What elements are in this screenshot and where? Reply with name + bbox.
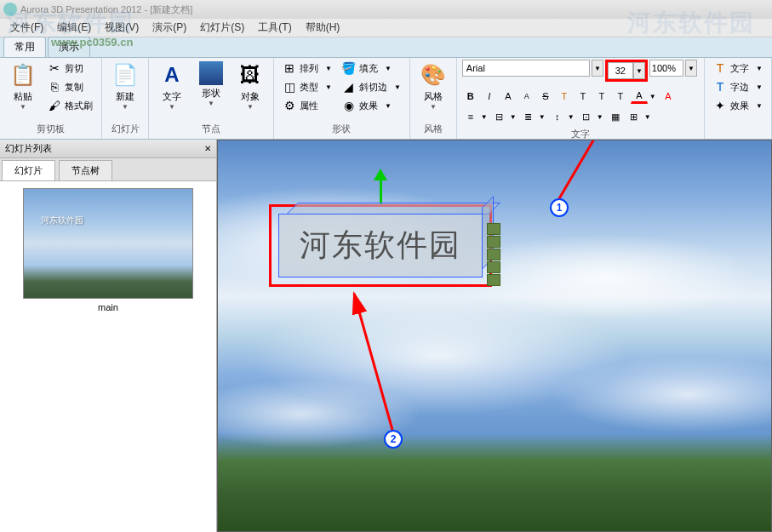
font-size-dropdown[interactable]: ▼: [633, 62, 645, 79]
valign-dropdown[interactable]: ▼: [510, 109, 518, 124]
font-color-dropdown[interactable]: ▼: [649, 89, 658, 104]
menu-present[interactable]: 演示(P): [146, 20, 193, 35]
group-label: 节点: [154, 121, 268, 137]
thumb-preview-text: 河东软件园: [41, 215, 83, 226]
cut-button[interactable]: ✂剪切: [44, 60, 96, 77]
panel-tabs: 幻灯片 节点树: [0, 158, 216, 181]
indent-button[interactable]: ≣: [520, 109, 537, 124]
handle-icon[interactable]: [487, 274, 500, 286]
border-button[interactable]: ▦: [607, 109, 624, 124]
bold-button[interactable]: B: [462, 89, 479, 104]
bevel-button[interactable]: ◢斜切边▼: [339, 78, 404, 95]
group-font: ▼ ▼ ▼ B I A A S T T T T A ▼ A: [457, 58, 705, 139]
columns-dropdown[interactable]: ▼: [644, 109, 653, 124]
palette-icon: 🎨: [420, 61, 447, 89]
text-effect-button[interactable]: T: [556, 89, 573, 104]
arrange-button[interactable]: ⊞排列▼: [279, 60, 335, 77]
handle-icon[interactable]: [487, 261, 500, 273]
list-button[interactable]: ⊡: [578, 109, 595, 124]
menu-view[interactable]: 视图(V): [98, 20, 146, 35]
app-icon: [3, 3, 17, 16]
spacing-button[interactable]: ↕: [549, 109, 566, 124]
group-label: 剪切板: [5, 121, 96, 137]
font-shrink-button[interactable]: A: [518, 89, 535, 104]
menu-help[interactable]: 帮助(H): [299, 20, 347, 35]
annotation-highlight-box: 河东软件园: [269, 204, 492, 287]
gizmo-y-axis[interactable]: [374, 169, 387, 204]
sparkle-icon: ✦: [713, 99, 727, 112]
panel-close-button[interactable]: ✕: [204, 144, 211, 153]
slide-thumbnail[interactable]: 河东软件园: [23, 188, 193, 299]
fill-button[interactable]: 🪣填充▼: [339, 60, 404, 77]
sky-clouds: [218, 140, 771, 531]
style-button[interactable]: 🎨 风格 ▼: [415, 60, 451, 112]
handle-icon[interactable]: [487, 223, 500, 235]
italic-button[interactable]: I: [481, 89, 498, 104]
attribute-button[interactable]: ⚙属性: [279, 97, 335, 114]
strikethrough-button[interactable]: S: [537, 89, 554, 104]
columns-button[interactable]: ⊞: [626, 109, 643, 124]
menu-tools[interactable]: 工具(T): [251, 20, 298, 35]
align-left-button[interactable]: ≡: [462, 109, 479, 124]
font-name-dropdown[interactable]: ▼: [592, 60, 603, 77]
zoom-input[interactable]: [649, 60, 683, 77]
dropdown-arrow-icon: ▼: [247, 103, 254, 111]
group-shape: ⊞排列▼ ◫类型▼ ⚙属性 🪣填充▼ ◢斜切边▼ ◉效果▼ 形状: [274, 58, 410, 139]
type-button[interactable]: ◫类型▼: [279, 78, 335, 95]
text-button[interactable]: A 文字 ▼: [154, 60, 190, 112]
menu-slide[interactable]: 幻灯片(S): [193, 20, 251, 35]
indent-dropdown[interactable]: ▼: [539, 109, 547, 124]
ribbon: 📋 粘贴 ▼ ✂剪切 ⎘复制 🖌格式刷 剪切板 📄 新建 ▼ 幻灯片 A: [0, 58, 772, 140]
zoom-dropdown[interactable]: ▼: [685, 60, 697, 77]
font-name-input[interactable]: [462, 60, 590, 77]
dropdown-arrow-icon: ▼: [20, 103, 26, 111]
list-dropdown[interactable]: ▼: [597, 109, 605, 124]
title-bar: Aurora 3D Presentation 2012 - [新建文档]: [0, 0, 772, 19]
font-grow-button[interactable]: A: [500, 89, 517, 104]
text-edge-button[interactable]: T字边▼: [710, 78, 766, 95]
text-3d-object[interactable]: 河东软件园: [269, 204, 492, 287]
group-label: 幻灯片: [107, 121, 143, 137]
font-color2-button[interactable]: A: [660, 89, 677, 104]
group-text-effects: T文字▼ T字边▼ ✦效果▼: [705, 58, 772, 139]
text-style2-button[interactable]: T: [593, 89, 610, 104]
text-effect-button[interactable]: ✦效果▼: [710, 97, 766, 114]
slide-name-label: main: [7, 302, 209, 312]
bevel-icon: ◢: [342, 80, 356, 94]
spacing-dropdown[interactable]: ▼: [568, 109, 576, 124]
effect-button[interactable]: ◉效果▼: [339, 97, 404, 114]
text-style1-button[interactable]: T: [575, 89, 592, 104]
format-painter-button[interactable]: 🖌格式刷: [44, 97, 96, 114]
object-handles[interactable]: [487, 223, 500, 286]
tab-common[interactable]: 常用: [3, 37, 46, 57]
valign-button[interactable]: ⊟: [491, 109, 508, 124]
object-button[interactable]: 🖼 对象 ▼: [232, 60, 268, 112]
bucket-icon: 🪣: [342, 61, 356, 75]
depth-face-top: [286, 203, 500, 215]
shape-button[interactable]: 形状 ▼: [193, 60, 229, 109]
handle-icon[interactable]: [487, 249, 500, 260]
menu-edit[interactable]: 编辑(E): [50, 20, 98, 35]
font-color-button[interactable]: A: [631, 89, 648, 104]
copy-button[interactable]: ⎘复制: [44, 78, 96, 95]
new-slide-button[interactable]: 📄 新建 ▼: [107, 60, 143, 112]
dropdown-arrow-icon: ▼: [208, 100, 214, 107]
align-dropdown[interactable]: ▼: [481, 109, 489, 124]
text-fill-button[interactable]: T文字▼: [710, 60, 766, 77]
paste-button[interactable]: 📋 粘贴 ▼: [5, 60, 41, 112]
group-label: [710, 123, 766, 137]
group-style: 🎨 风格 ▼ 风格: [410, 58, 457, 139]
group-node: A 文字 ▼ 形状 ▼ 🖼 对象 ▼ 节点: [149, 58, 274, 139]
scissors-icon: ✂: [48, 61, 61, 75]
arrange-icon: ⊞: [283, 61, 296, 75]
panel-tab-slides[interactable]: 幻灯片: [2, 160, 55, 180]
menu-file[interactable]: 文件(F): [3, 20, 50, 35]
tab-present[interactable]: 演示: [48, 37, 90, 57]
text-fill-icon: T: [713, 61, 727, 75]
panel-tab-nodes[interactable]: 节点树: [59, 160, 112, 180]
text-icon: A: [158, 61, 186, 89]
font-size-input[interactable]: [608, 62, 633, 79]
handle-icon[interactable]: [487, 236, 500, 248]
text-style3-button[interactable]: T: [612, 89, 629, 104]
canvas[interactable]: 河东软件园 1: [217, 140, 772, 532]
